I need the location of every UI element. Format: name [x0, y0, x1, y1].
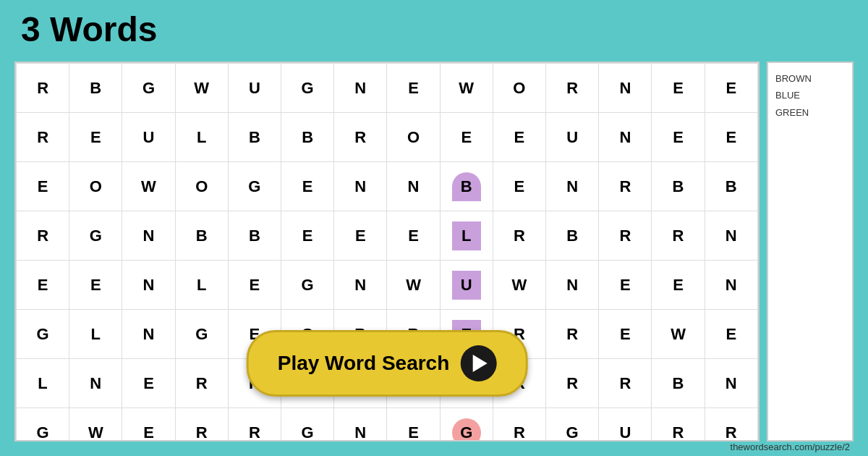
grid-cell: E	[599, 310, 652, 359]
grid-cell: G	[281, 64, 334, 113]
grid-cell: E	[387, 211, 440, 261]
grid-cell: N	[334, 64, 387, 113]
grid-cell: R	[652, 211, 705, 261]
grid-cell: R	[599, 359, 652, 408]
grid-cell: R	[546, 359, 599, 408]
grid-cell: U	[599, 408, 652, 442]
grid-cell: U	[228, 64, 281, 113]
grid-cell: W	[387, 261, 440, 310]
grid-cell: N	[705, 359, 757, 408]
grid-cell: B	[281, 113, 334, 162]
grid-cell: W	[175, 64, 228, 113]
grid-cell: L	[440, 211, 493, 261]
grid-cell: L	[17, 359, 69, 408]
grid-cell: N	[546, 162, 599, 211]
word-list-item: GREEN	[775, 104, 845, 121]
grid-cell: R	[17, 64, 69, 113]
grid-cell: W	[69, 408, 122, 442]
grid-cell: R	[493, 211, 545, 261]
grid-cell: E	[599, 261, 652, 310]
grid-cell: G	[69, 211, 122, 261]
grid-cell: O	[69, 162, 122, 211]
grid-cell: R	[175, 359, 228, 408]
grid-cell: G	[281, 408, 334, 442]
grid-cell: U	[440, 261, 493, 310]
grid-cell: R	[546, 64, 599, 113]
grid-cell: R	[17, 211, 69, 261]
grid-cell: E	[705, 310, 757, 359]
grid-cell: E	[281, 162, 334, 211]
grid-cell: L	[69, 310, 122, 359]
grid-cell: G	[440, 408, 493, 442]
footer-url: thewordsearch.com/puzzle/2	[731, 442, 850, 452]
grid-cell: G	[546, 408, 599, 442]
grid-cell: E	[69, 261, 122, 310]
grid-cell: E	[281, 211, 334, 261]
grid-cell: O	[387, 113, 440, 162]
grid-cell: R	[493, 408, 545, 442]
grid-cell: U	[122, 113, 175, 162]
grid-cell: N	[705, 261, 757, 310]
grid-cell: R	[175, 408, 228, 442]
grid-cell: N	[69, 359, 122, 408]
grid-cell: G	[122, 64, 175, 113]
grid-cell: W	[652, 310, 705, 359]
grid-cell: N	[334, 261, 387, 310]
grid-cell: R	[546, 310, 599, 359]
grid-cell: E	[387, 408, 440, 442]
grid-cell: R	[228, 408, 281, 442]
grid-cell: U	[546, 113, 599, 162]
grid-cell: G	[228, 162, 281, 211]
grid-cell: E	[652, 261, 705, 310]
main-container: RBGWUGNEWORNEEREULBBROEEUNEEEOWOGENNBENR…	[14, 62, 854, 442]
word-search-grid: RBGWUGNEWORNEEREULBBROEEUNEEEOWOGENNBENR…	[14, 62, 760, 442]
grid-cell: N	[122, 310, 175, 359]
grid-cell: E	[705, 64, 757, 113]
grid-cell: R	[334, 113, 387, 162]
grid-cell: B	[228, 211, 281, 261]
grid-cell: E	[440, 113, 493, 162]
grid-cell: E	[122, 359, 175, 408]
grid-cell: O	[175, 162, 228, 211]
grid-cell: N	[599, 64, 652, 113]
grid-cell: W	[122, 162, 175, 211]
grid-cell: W	[493, 261, 545, 310]
page-title: 3 Words	[21, 9, 157, 49]
grid-cell: N	[334, 408, 387, 442]
grid-cell: E	[334, 211, 387, 261]
grid-cell: E	[69, 113, 122, 162]
grid-cell: E	[652, 113, 705, 162]
grid-cell: R	[599, 211, 652, 261]
word-list-item: BROWN	[775, 70, 845, 87]
grid-cell: B	[546, 211, 599, 261]
word-list-panel: BROWNBLUEGREEN	[767, 62, 854, 442]
grid-cell: E	[652, 64, 705, 113]
grid-cell: N	[705, 211, 757, 261]
grid-cell: R	[652, 408, 705, 442]
play-button[interactable]: Play Word Search	[247, 330, 528, 397]
grid-cell: E	[493, 113, 545, 162]
grid-cell: G	[17, 310, 69, 359]
grid-cell: B	[440, 162, 493, 211]
grid-cell: R	[599, 162, 652, 211]
play-button-label: Play Word Search	[278, 352, 450, 375]
grid-cell: E	[17, 261, 69, 310]
grid-cell: E	[705, 113, 757, 162]
play-icon	[460, 345, 496, 381]
grid-cell: E	[228, 261, 281, 310]
grid-cell: B	[652, 359, 705, 408]
grid-cell: B	[705, 162, 757, 211]
grid-cell: R	[705, 408, 757, 442]
grid-cell: N	[387, 162, 440, 211]
grid-cell: O	[493, 64, 545, 113]
grid-cell: E	[17, 162, 69, 211]
grid-cell: N	[599, 113, 652, 162]
grid-cell: G	[281, 261, 334, 310]
grid-cell: G	[175, 310, 228, 359]
grid-cell: G	[17, 408, 69, 442]
grid-cell: N	[122, 261, 175, 310]
grid-cell: B	[175, 211, 228, 261]
grid-cell: N	[546, 261, 599, 310]
grid-cell: R	[17, 113, 69, 162]
grid-cell: W	[440, 64, 493, 113]
